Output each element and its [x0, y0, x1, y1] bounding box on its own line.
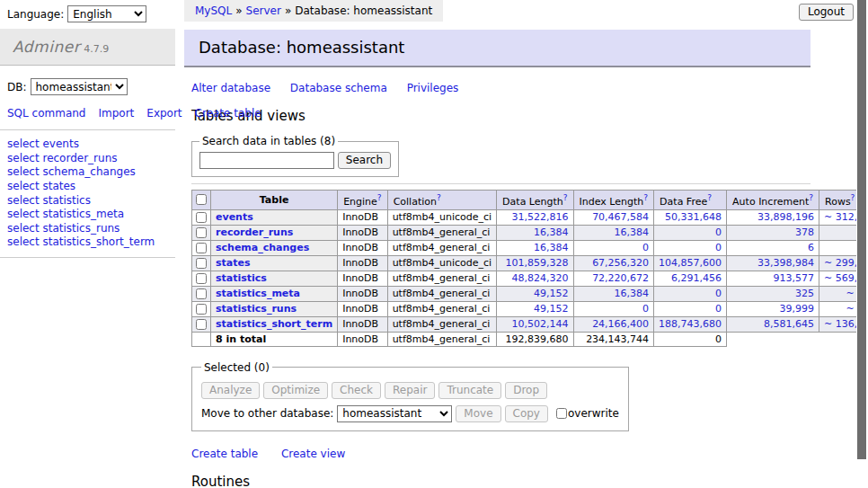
row-checkbox[interactable]: [196, 227, 207, 238]
alter-database-link[interactable]: Alter database: [191, 82, 270, 94]
table-name-cell: statistics_runs: [211, 301, 338, 316]
drop-button[interactable]: Drop: [505, 382, 547, 399]
data-length-cell: 48,824,320: [497, 271, 573, 286]
sidebar-divider-top: [0, 129, 175, 130]
sidebar-item-select-schema-changes[interactable]: select schema_changes: [7, 165, 168, 180]
data-length-cell: 31,522,816: [497, 209, 573, 225]
row-checkbox[interactable]: [196, 304, 207, 315]
export-link[interactable]: Export: [146, 107, 182, 120]
auto-increment-cell: 33,398,984: [727, 255, 819, 271]
create-view-link[interactable]: Create view: [281, 448, 345, 460]
scrollbar-thumb[interactable]: [857, 0, 866, 459]
tables-list: Table Engine? Collation? Data Length? In…: [191, 190, 868, 347]
privileges-link[interactable]: Privileges: [407, 82, 459, 94]
row-checkbox[interactable]: [196, 273, 207, 284]
sidebar-item-select-statistics-runs[interactable]: select statistics_runs: [7, 222, 168, 236]
table-name-cell: statistics_meta: [211, 286, 338, 301]
help-icon[interactable]: ?: [809, 193, 813, 202]
sql-command-link[interactable]: SQL command: [7, 107, 85, 120]
table-link[interactable]: statistics: [216, 272, 267, 284]
row-checkbox[interactable]: [196, 243, 207, 253]
breadcrumb-separator: »: [285, 4, 291, 17]
copy-button[interactable]: Copy: [505, 405, 548, 422]
index-length-cell: 70,467,584: [573, 209, 654, 225]
table-row: statistics_meta InnoDB utf8mb4_general_c…: [192, 286, 868, 301]
breadcrumb-server-link[interactable]: Server: [246, 4, 281, 17]
table-link[interactable]: recorder_runs: [216, 226, 293, 238]
check-button[interactable]: Check: [332, 382, 381, 399]
table-row: statistics_short_term InnoDB utf8mb4_gen…: [192, 316, 868, 332]
auto-increment-cell: 6: [727, 240, 819, 255]
sidebar-item-select-events[interactable]: select events: [7, 138, 168, 152]
table-name-cell: events: [211, 209, 338, 225]
search-input[interactable]: [199, 152, 334, 169]
repair-button[interactable]: Repair: [385, 382, 435, 399]
search-button[interactable]: Search: [338, 152, 391, 169]
sidebar-divider-bottom: [0, 257, 175, 258]
selected-legend: Selected (0): [201, 361, 272, 374]
move-database-select[interactable]: homeassistant: [337, 405, 452, 422]
total-label: 8 in total: [211, 332, 338, 346]
table-header-row: Table Engine? Collation? Data Length? In…: [192, 191, 868, 210]
help-icon[interactable]: ?: [377, 193, 382, 202]
help-icon[interactable]: ?: [643, 193, 648, 202]
engine-cell: InnoDB: [338, 240, 387, 255]
row-checkbox[interactable]: [196, 319, 207, 330]
index-length-cell: 16,384: [573, 286, 654, 301]
table-link[interactable]: events: [216, 211, 253, 223]
truncate-button[interactable]: Truncate: [438, 382, 501, 399]
engine-cell: InnoDB: [338, 301, 387, 316]
analyze-button[interactable]: Analyze: [201, 382, 260, 399]
create-table-link-sidebar[interactable]: Create table: [195, 107, 261, 120]
overwrite-checkbox[interactable]: [556, 408, 567, 419]
index-length-cell: 24,166,400: [573, 316, 654, 332]
move-button[interactable]: Move: [456, 405, 500, 422]
total-collation: utf8mb4_general_ci: [387, 332, 496, 346]
collation-cell: utf8mb4_general_ci: [387, 301, 496, 316]
table-row: states InnoDB utf8mb4_unicode_ci 101,859…: [192, 255, 868, 271]
language-select[interactable]: English: [67, 5, 146, 22]
table-link[interactable]: statistics_short_term: [216, 318, 332, 330]
logout-button[interactable]: Logout: [799, 4, 854, 21]
row-checkbox[interactable]: [196, 212, 207, 223]
table-link[interactable]: statistics_meta: [216, 288, 300, 299]
sidebar-item-select-statistics[interactable]: select statistics: [7, 194, 168, 209]
row-checkbox[interactable]: [196, 258, 207, 269]
column-header-data-length: Data Length?: [497, 191, 573, 210]
search-legend: Search data in tables (8): [199, 135, 338, 147]
sidebar-table-links: select events select recorder_runs selec…: [0, 138, 175, 250]
import-link[interactable]: Import: [98, 107, 134, 120]
help-icon[interactable]: ?: [851, 193, 855, 202]
sidebar-actions: SQL commandImportExportCreate table: [0, 101, 175, 122]
sidebar-item-select-statistics-short-term[interactable]: select statistics_short_term: [7, 235, 168, 250]
db-select[interactable]: homeassistant: [31, 78, 128, 95]
column-header-data-free: Data Free?: [654, 191, 727, 210]
table-name-cell: recorder_runs: [211, 225, 338, 240]
engine-cell: InnoDB: [338, 209, 387, 225]
data-free-cell: 0: [654, 225, 727, 240]
create-table-link[interactable]: Create table: [191, 448, 258, 460]
table-link[interactable]: states: [216, 257, 251, 269]
sidebar-item-select-recorder-runs[interactable]: select recorder_runs: [7, 152, 168, 166]
row-checkbox[interactable]: [196, 288, 207, 299]
move-label: Move to other database:: [201, 407, 333, 420]
table-link[interactable]: statistics_runs: [216, 303, 297, 315]
sidebar-item-select-statistics-meta[interactable]: select statistics_meta: [7, 208, 168, 222]
move-row: Move to other database:homeassistantMove…: [201, 405, 619, 422]
help-icon[interactable]: ?: [563, 193, 568, 202]
table-link[interactable]: schema_changes: [216, 242, 309, 253]
help-icon[interactable]: ?: [437, 193, 441, 202]
sidebar-item-select-states[interactable]: select states: [7, 180, 168, 194]
breadcrumb-mysql-link[interactable]: MySQL: [195, 4, 232, 17]
help-icon[interactable]: ?: [707, 193, 712, 202]
engine-cell: InnoDB: [338, 286, 387, 301]
index-length-cell: 16,384: [573, 225, 654, 240]
optimize-button[interactable]: Optimize: [263, 382, 328, 399]
column-header-engine: Engine?: [338, 191, 387, 210]
select-all-checkbox[interactable]: [196, 194, 207, 205]
column-header-auto-increment: Auto Increment?: [727, 191, 819, 210]
table-row: schema_changes InnoDB utf8mb4_general_ci…: [192, 240, 868, 255]
database-schema-link[interactable]: Database schema: [290, 82, 387, 94]
collation-cell: utf8mb4_general_ci: [387, 225, 496, 240]
auto-increment-cell: 913,577: [727, 271, 819, 286]
